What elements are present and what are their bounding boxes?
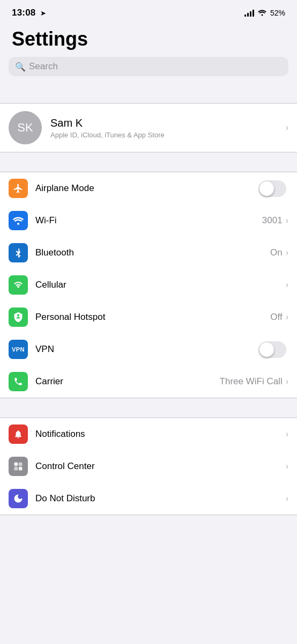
airplane-mode-label: Airplane Mode [35, 183, 94, 194]
hotspot-content: Personal Hotspot Off › [35, 312, 288, 323]
status-time-area: 13:08 ➤ [12, 8, 46, 18]
status-bar: 13:08 ➤ 52% [0, 0, 297, 23]
control-center-row[interactable]: Control Center › [0, 450, 297, 482]
cellular-icon [9, 275, 28, 295]
vpn-label: VPN [35, 344, 54, 355]
system-settings-group: Notifications › Control Center › [0, 418, 297, 515]
search-bar[interactable]: 🔍 Search [9, 57, 288, 76]
battery-status: 52% [270, 9, 285, 17]
carrier-value: Three WiFi Call [220, 376, 283, 387]
control-center-chevron: › [286, 462, 288, 471]
carrier-row[interactable]: Carrier Three WiFi Call › [0, 365, 297, 398]
search-placeholder: Search [29, 61, 58, 72]
bluetooth-value: On [270, 247, 283, 258]
bluetooth-icon [9, 243, 28, 262]
search-icon: 🔍 [15, 62, 26, 72]
hotspot-chevron: › [286, 312, 288, 322]
profile-row[interactable]: SK Sam K Apple ID, iCloud, iTunes & App … [0, 104, 297, 152]
do-not-disturb-content: Do Not Disturb › [35, 493, 288, 504]
status-time: 13:08 [12, 8, 35, 18]
cellular-right: › [285, 280, 288, 290]
wifi-label: Wi-Fi [35, 215, 57, 226]
hotspot-label: Personal Hotspot [35, 312, 105, 323]
wifi-row[interactable]: Wi-Fi 3001 › [0, 204, 297, 237]
notifications-row[interactable]: Notifications › [0, 418, 297, 450]
notifications-content: Notifications › [35, 429, 288, 440]
vpn-row[interactable]: VPN VPN [0, 333, 297, 365]
cellular-label: Cellular [35, 280, 66, 290]
search-container: 🔍 Search [0, 57, 297, 84]
wifi-chevron: › [286, 216, 288, 225]
airplane-mode-row[interactable]: Airplane Mode [0, 172, 297, 204]
carrier-chevron: › [286, 377, 288, 386]
cellular-chevron: › [286, 280, 288, 290]
status-icons: 52% [244, 9, 285, 18]
do-not-disturb-label: Do Not Disturb [35, 493, 95, 504]
wifi-value: 3001 [262, 215, 283, 226]
vpn-content: VPN [35, 341, 288, 358]
do-not-disturb-row[interactable]: Do Not Disturb › [0, 482, 297, 515]
airplane-mode-right [258, 180, 288, 197]
carrier-label: Carrier [35, 376, 63, 387]
notifications-right: › [285, 429, 288, 439]
vpn-icon: VPN [9, 340, 28, 359]
section-divider-3 [0, 398, 297, 418]
airplane-mode-icon [9, 179, 28, 198]
control-center-content: Control Center › [35, 461, 288, 472]
vpn-right [258, 341, 288, 358]
profile-name: Sam K [50, 117, 285, 129]
hotspot-right: Off › [270, 312, 288, 323]
vpn-toggle[interactable] [258, 341, 286, 358]
bluetooth-content: Bluetooth On › [35, 247, 288, 258]
carrier-right: Three WiFi Call › [220, 376, 288, 387]
svg-rect-3 [19, 467, 23, 471]
svg-rect-2 [14, 467, 18, 471]
bluetooth-label: Bluetooth [35, 247, 74, 258]
notifications-label: Notifications [35, 429, 85, 440]
svg-rect-0 [14, 463, 18, 466]
profile-subtitle: Apple ID, iCloud, iTunes & App Store [50, 131, 285, 139]
carrier-icon [9, 372, 28, 391]
svg-rect-1 [19, 463, 23, 466]
network-settings-group: Airplane Mode Wi-Fi 3001 › [0, 172, 297, 398]
do-not-disturb-icon [9, 489, 28, 508]
vpn-badge: VPN [9, 345, 27, 354]
profile-chevron: › [286, 123, 288, 133]
airplane-mode-toggle[interactable] [258, 180, 286, 197]
notifications-icon [9, 425, 28, 444]
section-divider-1 [0, 84, 297, 103]
hotspot-icon [9, 308, 28, 327]
hotspot-value: Off [270, 312, 282, 323]
avatar: SK [9, 111, 42, 144]
bluetooth-chevron: › [286, 248, 288, 258]
page-title: Settings [0, 23, 297, 57]
bluetooth-row[interactable]: Bluetooth On › [0, 237, 297, 269]
wifi-right: 3001 › [262, 215, 288, 226]
do-not-disturb-right: › [285, 494, 288, 503]
profile-group: SK Sam K Apple ID, iCloud, iTunes & App … [0, 103, 297, 152]
control-center-right: › [285, 462, 288, 471]
hotspot-row[interactable]: Personal Hotspot Off › [0, 301, 297, 333]
wifi-icon [9, 211, 28, 230]
cellular-row[interactable]: Cellular › [0, 269, 297, 301]
location-icon: ➤ [40, 9, 46, 17]
bluetooth-right: On › [270, 247, 288, 258]
section-divider-2 [0, 152, 297, 172]
wifi-content: Wi-Fi 3001 › [35, 215, 288, 226]
cellular-content: Cellular › [35, 280, 288, 290]
wifi-status-icon [257, 9, 267, 18]
do-not-disturb-chevron: › [286, 494, 288, 503]
signal-icon [244, 9, 254, 17]
notifications-chevron: › [286, 429, 288, 439]
control-center-icon [9, 457, 28, 476]
airplane-mode-content: Airplane Mode [35, 180, 288, 197]
control-center-label: Control Center [35, 461, 95, 472]
carrier-content: Carrier Three WiFi Call › [35, 376, 288, 387]
profile-info: Sam K Apple ID, iCloud, iTunes & App Sto… [50, 117, 285, 139]
